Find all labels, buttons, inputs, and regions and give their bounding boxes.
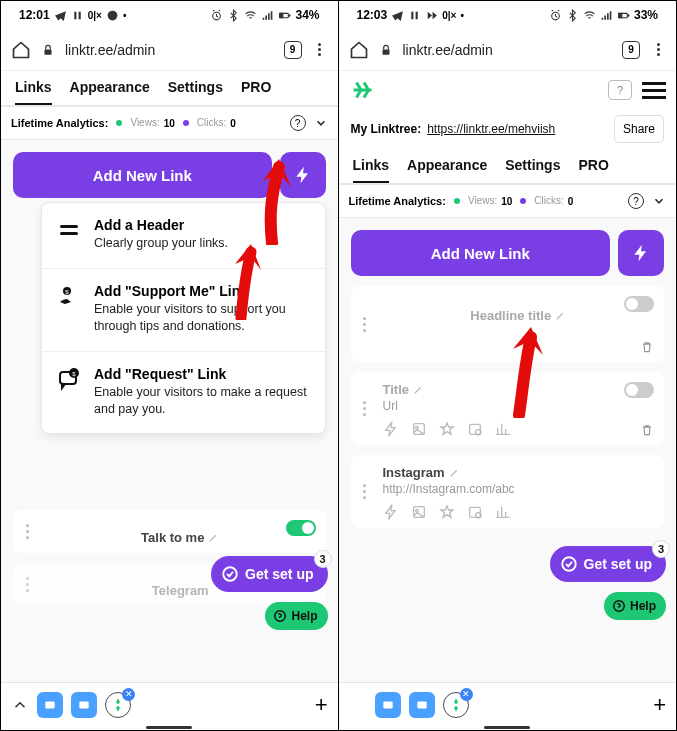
image-icon[interactable] bbox=[411, 421, 427, 437]
status-battery: 34% bbox=[295, 8, 319, 22]
toggle[interactable] bbox=[624, 296, 654, 312]
tab-links[interactable]: Links bbox=[15, 79, 52, 105]
trash-icon[interactable] bbox=[640, 340, 654, 354]
url-text[interactable]: linktr.ee/admin bbox=[403, 42, 613, 58]
help-button[interactable]: Help bbox=[265, 602, 327, 630]
wifi-icon bbox=[583, 9, 596, 22]
link-title[interactable]: Instagram bbox=[383, 465, 445, 480]
star-icon[interactable] bbox=[439, 421, 455, 437]
browser-menu-icon[interactable] bbox=[650, 43, 666, 56]
status-time: 12:01 bbox=[19, 8, 50, 22]
app-tabs: Links Appearance Settings PRO bbox=[1, 71, 338, 106]
trash-icon[interactable] bbox=[640, 423, 654, 437]
tab-appearance[interactable]: Appearance bbox=[70, 79, 150, 105]
quick-add-button[interactable] bbox=[618, 230, 664, 276]
help-icon[interactable]: ? bbox=[628, 193, 644, 209]
app-icon[interactable] bbox=[37, 692, 63, 718]
chart-icon[interactable] bbox=[495, 421, 511, 437]
browser-bar: linktr.ee/admin 9 bbox=[339, 29, 677, 71]
statusbar: 12:03 0|× • 33% bbox=[339, 1, 677, 29]
svg-rect-24 bbox=[628, 14, 629, 15]
toggle[interactable] bbox=[286, 520, 316, 536]
setup-badge: 3 bbox=[314, 550, 332, 568]
chevron-up-icon[interactable] bbox=[11, 696, 29, 714]
toggle[interactable] bbox=[624, 382, 654, 398]
drag-handle[interactable] bbox=[13, 510, 41, 553]
drag-handle[interactable] bbox=[13, 563, 41, 606]
app-icon[interactable] bbox=[409, 692, 435, 718]
forward-icon bbox=[425, 9, 438, 22]
link-title[interactable]: Talk to me bbox=[141, 530, 204, 545]
status-text: 0|× bbox=[442, 10, 456, 21]
telegram-icon bbox=[54, 9, 67, 22]
close-icon[interactable]: ✕ bbox=[122, 688, 135, 701]
pencil-icon bbox=[555, 310, 566, 321]
share-button[interactable]: Share bbox=[614, 115, 664, 143]
chevron-down-icon[interactable] bbox=[652, 194, 666, 208]
my-linktree-url[interactable]: https://linktr.ee/mehviish bbox=[427, 122, 555, 136]
svg-rect-0 bbox=[74, 11, 76, 19]
analytics-row: Lifetime Analytics: Views:10 Clicks:0 ? bbox=[1, 106, 338, 140]
link-icon-row bbox=[383, 421, 655, 437]
dd-request[interactable]: $ Add "Request" LinkEnable your visitors… bbox=[42, 352, 325, 434]
dd-support-me[interactable]: $ Add "Support Me" LinkEnable your visit… bbox=[42, 269, 325, 352]
help-icon[interactable]: ? bbox=[290, 115, 306, 131]
telegram-icon bbox=[391, 9, 404, 22]
star-icon[interactable] bbox=[439, 504, 455, 520]
schedule-icon[interactable] bbox=[467, 421, 483, 437]
app-icon[interactable] bbox=[71, 692, 97, 718]
app-icon-active[interactable]: ✕ bbox=[105, 692, 131, 718]
drag-handle[interactable] bbox=[351, 455, 379, 528]
home-icon[interactable] bbox=[349, 40, 369, 60]
linktree-logo-icon[interactable] bbox=[349, 79, 379, 101]
tab-pro[interactable]: PRO bbox=[241, 79, 271, 105]
app-icon[interactable] bbox=[375, 692, 401, 718]
help-icon[interactable]: ? bbox=[608, 80, 632, 100]
link-url[interactable]: http://Instagram.com/abc bbox=[383, 482, 655, 496]
tabs-count[interactable]: 9 bbox=[284, 41, 302, 59]
pencil-icon bbox=[449, 467, 460, 478]
tab-appearance[interactable]: Appearance bbox=[407, 157, 487, 183]
request-icon: $ bbox=[56, 366, 82, 392]
headline-title[interactable]: Headline title bbox=[470, 308, 551, 323]
get-set-up-button[interactable]: Get set up 3 bbox=[211, 556, 327, 592]
help-button[interactable]: Help bbox=[604, 592, 666, 620]
url-text[interactable]: linktr.ee/admin bbox=[65, 42, 274, 58]
hc-icon bbox=[106, 9, 119, 22]
drag-handle[interactable] bbox=[351, 372, 379, 445]
check-circle-icon bbox=[560, 555, 578, 573]
dot-green bbox=[116, 120, 122, 126]
home-icon[interactable] bbox=[11, 40, 31, 60]
svg-rect-18 bbox=[79, 701, 88, 708]
bolt-icon bbox=[293, 163, 313, 187]
link-title[interactable]: Telegram bbox=[152, 583, 209, 598]
browser-menu-icon[interactable] bbox=[312, 43, 328, 56]
status-time: 12:03 bbox=[357, 8, 388, 22]
app-icon-active[interactable]: ✕ bbox=[443, 692, 469, 718]
schedule-icon[interactable] bbox=[467, 504, 483, 520]
chevron-down-icon[interactable] bbox=[314, 116, 328, 130]
tab-settings[interactable]: Settings bbox=[505, 157, 560, 183]
svg-point-27 bbox=[415, 426, 418, 429]
add-tab-button[interactable]: + bbox=[653, 692, 666, 718]
tab-links[interactable]: Links bbox=[353, 157, 390, 183]
arrow-annotation-3 bbox=[499, 323, 549, 418]
analytics-label: Lifetime Analytics: bbox=[349, 195, 446, 207]
bluetooth-icon bbox=[227, 9, 240, 22]
signal-icon bbox=[261, 9, 274, 22]
add-tab-button[interactable]: + bbox=[315, 692, 328, 718]
tab-settings[interactable]: Settings bbox=[168, 79, 223, 105]
add-new-link-button[interactable]: Add New Link bbox=[351, 230, 611, 276]
add-new-link-button[interactable]: Add New Link bbox=[13, 152, 272, 198]
link-title[interactable]: Title bbox=[383, 382, 410, 397]
tab-pro[interactable]: PRO bbox=[578, 157, 608, 183]
tabs-count[interactable]: 9 bbox=[622, 41, 640, 59]
flash-icon[interactable] bbox=[383, 504, 399, 520]
get-set-up-button[interactable]: Get set up 3 bbox=[550, 546, 666, 582]
chart-icon[interactable] bbox=[495, 504, 511, 520]
close-icon[interactable]: ✕ bbox=[460, 688, 473, 701]
flash-icon[interactable] bbox=[383, 421, 399, 437]
drag-handle[interactable] bbox=[351, 286, 379, 362]
hamburger-menu-icon[interactable] bbox=[642, 82, 666, 99]
image-icon[interactable] bbox=[411, 504, 427, 520]
